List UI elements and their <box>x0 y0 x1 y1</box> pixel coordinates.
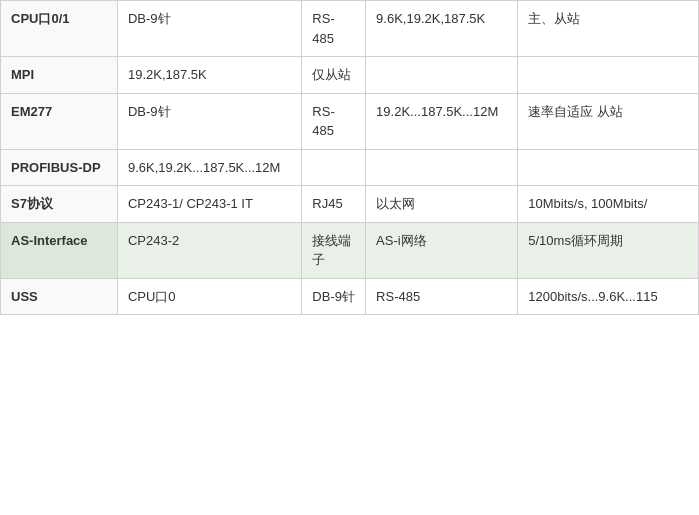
cell-4 <box>518 57 699 94</box>
cell-1: CPU口0 <box>117 278 301 315</box>
cell-2: RS-485 <box>302 1 366 57</box>
cell-1: CP243-2 <box>117 222 301 278</box>
cell-4: 主、从站 <box>518 1 699 57</box>
table-row: CPU口0/1DB-9针RS-4859.6K,19.2K,187.5K主、从站 <box>1 1 699 57</box>
cell-3 <box>366 57 518 94</box>
cell-1: DB-9针 <box>117 93 301 149</box>
cell-4: 10Mbits/s, 100Mbits/ <box>518 186 699 223</box>
cell-0: S7协议 <box>1 186 118 223</box>
table-row: AS-InterfaceCP243-2接线端子AS-i网络5/10ms循环周期 <box>1 222 699 278</box>
cell-2: 仅从站 <box>302 57 366 94</box>
cell-2: DB-9针 <box>302 278 366 315</box>
table-row: PROFIBUS-DP9.6K,19.2K...187.5K...12M <box>1 149 699 186</box>
cell-3: 19.2K...187.5K...12M <box>366 93 518 149</box>
cell-1: DB-9针 <box>117 1 301 57</box>
cell-0: MPI <box>1 57 118 94</box>
table-row: MPI19.2K,187.5K仅从站 <box>1 57 699 94</box>
cell-3: AS-i网络 <box>366 222 518 278</box>
table-row: USSCPU口0DB-9针RS-4851200bits/s...9.6K...1… <box>1 278 699 315</box>
cell-2 <box>302 149 366 186</box>
cell-2: 接线端子 <box>302 222 366 278</box>
cell-3: RS-485 <box>366 278 518 315</box>
cell-1: 19.2K,187.5K <box>117 57 301 94</box>
table-row: S7协议CP243-1/ CP243-1 ITRJ45以太网10Mbits/s,… <box>1 186 699 223</box>
cell-0: CPU口0/1 <box>1 1 118 57</box>
cell-0: EM277 <box>1 93 118 149</box>
table-row: EM277DB-9针RS-48519.2K...187.5K...12M速率自适… <box>1 93 699 149</box>
cell-0: PROFIBUS-DP <box>1 149 118 186</box>
cell-3 <box>366 149 518 186</box>
cell-3: 以太网 <box>366 186 518 223</box>
cell-4 <box>518 149 699 186</box>
main-table-container: CPU口0/1DB-9针RS-4859.6K,19.2K,187.5K主、从站M… <box>0 0 699 315</box>
cell-1: 9.6K,19.2K...187.5K...12M <box>117 149 301 186</box>
cell-0: AS-Interface <box>1 222 118 278</box>
interface-table: CPU口0/1DB-9针RS-4859.6K,19.2K,187.5K主、从站M… <box>0 0 699 315</box>
cell-4: 速率自适应 从站 <box>518 93 699 149</box>
cell-0: USS <box>1 278 118 315</box>
cell-1: CP243-1/ CP243-1 IT <box>117 186 301 223</box>
cell-3: 9.6K,19.2K,187.5K <box>366 1 518 57</box>
cell-2: RJ45 <box>302 186 366 223</box>
cell-2: RS-485 <box>302 93 366 149</box>
cell-4: 5/10ms循环周期 <box>518 222 699 278</box>
cell-4: 1200bits/s...9.6K...115 <box>518 278 699 315</box>
